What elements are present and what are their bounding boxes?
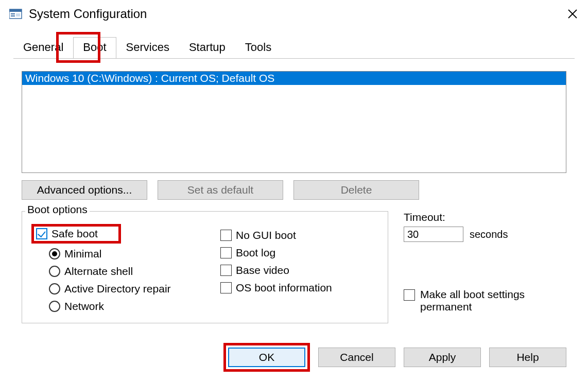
- highlight-safe-boot: Safe boot: [31, 224, 121, 244]
- os-boot-info-label: OS boot information: [236, 282, 332, 294]
- radio-alternate-shell[interactable]: Alternate shell: [49, 265, 189, 278]
- boot-options-legend: Boot options: [25, 203, 90, 216]
- system-configuration-dialog: System Configuration General Boot Servic…: [0, 0, 588, 381]
- app-icon: [9, 8, 24, 20]
- timeout-label: Timeout:: [404, 211, 566, 223]
- svg-rect-2: [11, 13, 15, 14]
- tab-general[interactable]: General: [13, 37, 73, 58]
- radio-network[interactable]: Network: [49, 300, 189, 313]
- permanent-label: Make all boot settings permanent: [420, 288, 539, 313]
- ok-button[interactable]: OK: [228, 348, 305, 367]
- dialog-button-row: OK Cancel Apply Help: [223, 343, 566, 372]
- radio-minimal[interactable]: Minimal: [49, 248, 189, 260]
- svg-rect-1: [9, 9, 22, 12]
- radio-alternate-shell-label: Alternate shell: [64, 265, 133, 278]
- advanced-options-button[interactable]: Advanced options...: [22, 180, 147, 200]
- os-list-item[interactable]: Windows 10 (C:\Windows) : Current OS; De…: [22, 72, 566, 85]
- tab-strip: General Boot Services Startup Tools: [13, 37, 588, 58]
- highlight-ok-button: OK: [223, 343, 310, 372]
- cancel-button[interactable]: Cancel: [318, 348, 395, 367]
- timeout-input[interactable]: [404, 227, 463, 242]
- delete-button: Delete: [293, 180, 419, 200]
- apply-button[interactable]: Apply: [404, 348, 481, 367]
- radio-network-label: Network: [64, 300, 104, 313]
- set-as-default-button: Set as default: [158, 180, 283, 200]
- tab-startup[interactable]: Startup: [179, 37, 235, 58]
- radio-ad-repair[interactable]: Active Directory repair: [49, 283, 189, 295]
- close-icon: [567, 9, 578, 19]
- timeout-pane: Timeout: seconds Make all boot settings …: [404, 211, 566, 323]
- radio-icon: [49, 301, 60, 312]
- titlebar: System Configuration: [0, 0, 588, 28]
- timeout-unit: seconds: [470, 229, 508, 240]
- boot-options-left-col: Safe boot Minimal Alternate shell: [31, 224, 189, 313]
- svg-rect-4: [16, 13, 20, 16]
- boot-options-group: Boot options Safe boot Minimal: [22, 211, 388, 323]
- lower-row: Boot options Safe boot Minimal: [22, 211, 566, 323]
- radio-icon: [49, 266, 60, 277]
- svg-rect-3: [11, 15, 15, 16]
- boot-log-checkbox[interactable]: Boot log: [220, 247, 378, 259]
- checkbox-icon: [220, 282, 232, 293]
- no-gui-boot-checkbox[interactable]: No GUI boot: [220, 229, 378, 241]
- radio-icon: [49, 248, 60, 259]
- tab-panel-border: [13, 58, 575, 59]
- checkbox-icon: [220, 247, 232, 258]
- boot-log-label: Boot log: [236, 247, 275, 259]
- no-gui-boot-label: No GUI boot: [236, 229, 296, 241]
- checkbox-icon: [36, 228, 47, 239]
- tab-services[interactable]: Services: [116, 37, 179, 58]
- permanent-checkbox[interactable]: Make all boot settings permanent: [404, 288, 566, 313]
- os-boot-info-checkbox[interactable]: OS boot information: [220, 282, 378, 294]
- checkbox-icon: [220, 265, 232, 276]
- tab-boot[interactable]: Boot: [73, 37, 116, 58]
- boot-options-right-col: No GUI boot Boot log Base video OS: [220, 224, 378, 313]
- safe-boot-checkbox[interactable]: Safe boot: [36, 228, 98, 240]
- boot-panel: Windows 10 (C:\Windows) : Current OS; De…: [22, 71, 566, 323]
- checkbox-icon: [220, 230, 232, 241]
- tab-tools[interactable]: Tools: [235, 37, 281, 58]
- radio-icon: [49, 283, 60, 295]
- checkbox-icon: [404, 289, 415, 301]
- base-video-checkbox[interactable]: Base video: [220, 264, 378, 276]
- help-button[interactable]: Help: [489, 348, 566, 367]
- close-button[interactable]: [557, 0, 588, 28]
- list-button-row: Advanced options... Set as default Delet…: [22, 180, 566, 200]
- radio-ad-repair-label: Active Directory repair: [64, 283, 171, 295]
- window-title: System Configuration: [29, 7, 557, 21]
- safe-boot-label: Safe boot: [51, 228, 98, 240]
- radio-minimal-label: Minimal: [64, 248, 101, 260]
- os-list[interactable]: Windows 10 (C:\Windows) : Current OS; De…: [22, 71, 566, 173]
- base-video-label: Base video: [236, 264, 289, 276]
